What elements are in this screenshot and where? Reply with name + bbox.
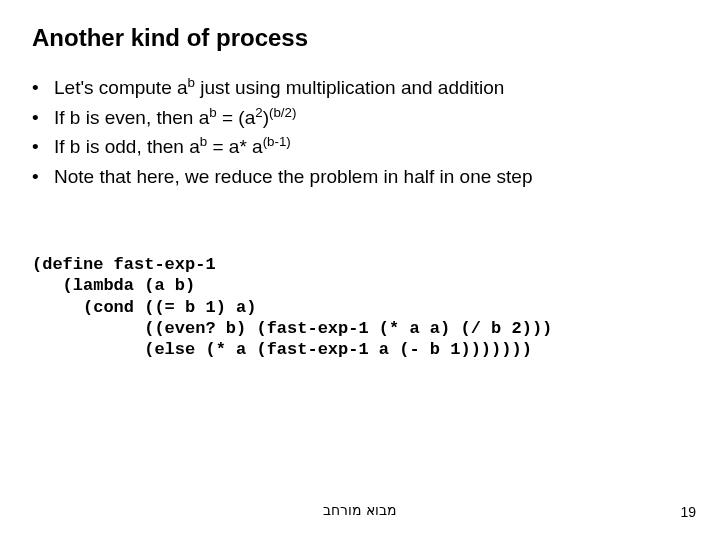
footer-center-text: מבוא מורחב	[0, 502, 720, 518]
bullet-text: If b is even, then ab = (a2)(b/2)	[54, 104, 296, 132]
superscript: b	[209, 104, 216, 119]
slide-title: Another kind of process	[32, 24, 688, 52]
superscript: (b-1)	[263, 134, 291, 149]
bullet-text: If b is odd, then ab = a* a(b-1)	[54, 133, 291, 161]
bullet-text: Let's compute ab just using multiplicati…	[54, 74, 504, 102]
superscript: 2	[255, 104, 262, 119]
page-number: 19	[680, 504, 696, 520]
text-fragment: If b is odd, then a	[54, 136, 200, 157]
text-fragment: If b is even, then a	[54, 107, 209, 128]
bullet-dot: •	[32, 74, 54, 102]
superscript: (b/2)	[269, 104, 296, 119]
bullet-item: • Note that here, we reduce the problem …	[32, 163, 688, 191]
bullet-list: • Let's compute ab just using multiplica…	[32, 74, 688, 190]
superscript: b	[188, 75, 195, 90]
text-fragment: = (a	[217, 107, 256, 128]
text-fragment: = a* a	[207, 136, 262, 157]
bullet-dot: •	[32, 163, 54, 191]
bullet-dot: •	[32, 133, 54, 161]
slide: Another kind of process • Let's compute …	[0, 0, 720, 540]
bullet-item: • If b is even, then ab = (a2)(b/2)	[32, 104, 688, 132]
bullet-dot: •	[32, 104, 54, 132]
text-fragment: just using multiplication and addition	[195, 77, 504, 98]
bullet-text: Note that here, we reduce the problem in…	[54, 163, 532, 191]
code-block: (define fast-exp-1 (lambda (a b) (cond (…	[32, 254, 688, 360]
bullet-item: • If b is odd, then ab = a* a(b-1)	[32, 133, 688, 161]
bullet-item: • Let's compute ab just using multiplica…	[32, 74, 688, 102]
text-fragment: Let's compute a	[54, 77, 188, 98]
